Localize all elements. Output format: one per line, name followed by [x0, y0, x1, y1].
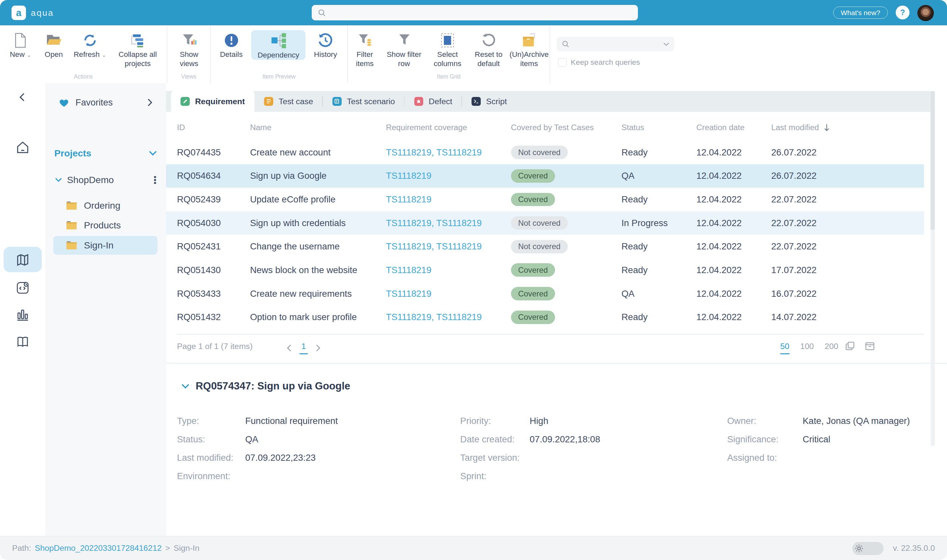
table-row[interactable]: RQ054030 Sign up with credentials TS1118…: [166, 211, 924, 235]
field-value: QA: [245, 434, 259, 445]
select-columns-button[interactable]: Select columns: [428, 30, 467, 68]
row-name: Sign up with credentials: [250, 218, 386, 228]
field-value: Critical: [803, 434, 830, 445]
pagination-bar: Page 1 of 1 (7 items) 1 50100200: [166, 335, 935, 358]
favorites-section[interactable]: Favorites: [45, 94, 166, 112]
path-project-link[interactable]: ShopDemo_202203301728416212: [35, 543, 162, 553]
column-header-coverage[interactable]: Requirement coverage: [386, 123, 511, 132]
folder-item[interactable]: Sign-In: [45, 235, 166, 255]
row-coverage-links[interactable]: TS1118219, TS1118219: [386, 241, 511, 252]
collapse-sidebar-button[interactable]: [18, 92, 27, 102]
archive-box-icon[interactable]: [864, 340, 876, 352]
open-book-icon: [15, 335, 30, 350]
detail-panel-header[interactable]: RQ0574347: Sign up via Google: [181, 380, 350, 392]
page-size-200[interactable]: 200: [825, 342, 838, 354]
table-row[interactable]: RQ053433 Create new requirements TS11182…: [166, 282, 924, 306]
history-button[interactable]: History: [307, 30, 344, 59]
chevron-down-icon[interactable]: [55, 177, 62, 182]
table-row[interactable]: RQ054634 Sign up via Google TS1118219 Co…: [166, 164, 924, 188]
settings-toggle[interactable]: [852, 542, 884, 555]
projects-section-header[interactable]: Projects: [54, 148, 157, 159]
dependency-icon: [270, 32, 287, 49]
tab-test-case[interactable]: Test case: [254, 91, 323, 111]
tab-requirement[interactable]: Requirement: [171, 91, 254, 111]
row-coverage-links[interactable]: TS1118219: [386, 289, 511, 299]
chevron-down-icon[interactable]: [149, 151, 157, 156]
previous-page-icon[interactable]: [287, 345, 292, 352]
reset-to-default-button[interactable]: Reset to default: [468, 30, 508, 68]
column-header-modified[interactable]: Last modified: [771, 123, 924, 132]
table-row[interactable]: RQ074435 Create new account TS1118219, T…: [166, 141, 924, 164]
vertical-scrollbar[interactable]: [930, 91, 935, 446]
whats-new-button[interactable]: What's new?: [833, 6, 888, 19]
row-coverage-links[interactable]: TS1118219, TS1118219: [386, 147, 511, 158]
nav-projects-button[interactable]: [15, 252, 30, 268]
nav-reports-button[interactable]: [15, 307, 30, 322]
column-header-covered[interactable]: Covered by Test Cases: [511, 123, 622, 132]
status-bar: Path: ShopDemo_202203301728416212 > Sign…: [0, 536, 947, 560]
column-header-name[interactable]: Name: [250, 123, 386, 132]
checkbox-icon[interactable]: [558, 58, 567, 67]
show-views-icon: [181, 32, 197, 48]
keep-search-queries-checkbox[interactable]: Keep search queries: [558, 58, 640, 67]
filter-items-icon: [357, 32, 373, 48]
scrollbar-thumb[interactable]: [930, 91, 935, 230]
row-coverage-links[interactable]: TS1118219: [386, 265, 511, 275]
nav-home-button[interactable]: [15, 140, 30, 155]
details-button[interactable]: Details: [213, 30, 250, 59]
open-button[interactable]: Open: [39, 30, 69, 59]
page-size-100[interactable]: 100: [800, 342, 814, 354]
favorites-label: Favorites: [75, 97, 113, 108]
tab-defect[interactable]: Defect: [405, 91, 462, 111]
detail-field: Sprint:: [460, 467, 601, 485]
gear-icon: [854, 543, 864, 554]
brand-name: aqua: [31, 8, 54, 18]
table-row[interactable]: RQ051432 Option to mark user profile TS1…: [166, 305, 924, 329]
dependency-button[interactable]: Dependency: [251, 30, 305, 60]
row-coverage-links[interactable]: TS1118219: [386, 194, 511, 205]
script-icon: [471, 97, 481, 106]
next-page-icon[interactable]: [316, 345, 320, 352]
help-button[interactable]: ?: [896, 6, 910, 19]
global-search-input[interactable]: [312, 5, 638, 21]
unarchive-items-button[interactable]: (Un)Archive items: [510, 30, 548, 68]
tab-test-scenario[interactable]: Test scenario: [323, 91, 405, 111]
row-coverage-links[interactable]: TS1118219, TS1118219: [386, 218, 511, 228]
tab-script[interactable]: Script: [462, 91, 517, 111]
row-name: Change the username: [250, 241, 386, 252]
page-number[interactable]: 1: [300, 342, 308, 354]
folder-item[interactable]: Products: [45, 215, 166, 235]
folder-item[interactable]: Ordering: [45, 195, 166, 215]
chevron-right-icon[interactable]: [147, 98, 153, 107]
show-filter-row-button[interactable]: Show filter row: [382, 30, 427, 68]
table-row[interactable]: RQ052431 Change the username TS1118219, …: [166, 235, 924, 258]
nav-library-button[interactable]: [15, 335, 30, 350]
collapse-all-projects-button[interactable]: Collapse all projects: [111, 30, 165, 68]
nav-automation-button[interactable]: [15, 280, 30, 295]
column-header-status[interactable]: Status: [622, 123, 696, 132]
requirement-icon: [180, 97, 190, 106]
show-views-button[interactable]: Show views: [170, 30, 208, 68]
user-avatar[interactable]: [918, 5, 934, 22]
toolbar-separator: [550, 25, 550, 83]
page-size-50[interactable]: 50: [780, 342, 790, 354]
project-menu-kebab-icon[interactable]: •••: [154, 175, 156, 185]
refresh-button[interactable]: Refresh ⌄: [70, 30, 110, 59]
row-coverage-links[interactable]: TS1118219: [386, 171, 511, 181]
project-node-shopdemo[interactable]: ShopDemo •••: [55, 174, 157, 185]
chevron-down-icon[interactable]: [181, 383, 190, 389]
detail-fields-col-2: Priority:HighDate created:07.09.2022,18:…: [460, 412, 601, 486]
grid-search-input[interactable]: [557, 37, 674, 51]
group-caption-item-preview: Item Preview: [211, 73, 347, 80]
row-coverage-links[interactable]: TS1118219, TS1118219: [386, 312, 511, 322]
aqua-logo-icon[interactable]: a: [11, 6, 26, 20]
column-header-created[interactable]: Creation date: [696, 123, 771, 132]
filter-items-button[interactable]: Filter items: [349, 30, 381, 68]
chevron-down-icon: [663, 42, 669, 46]
table-row[interactable]: RQ052439 Update eCoffe profile TS1118219…: [166, 188, 924, 211]
new-button[interactable]: New ⌄: [5, 30, 37, 59]
table-row[interactable]: RQ051430 News block on the website TS111…: [166, 258, 924, 282]
item-type-tabs: Requirement Test case Test scenario Defe…: [166, 91, 935, 111]
column-header-id[interactable]: ID: [177, 123, 250, 132]
copy-icon[interactable]: [844, 340, 856, 352]
